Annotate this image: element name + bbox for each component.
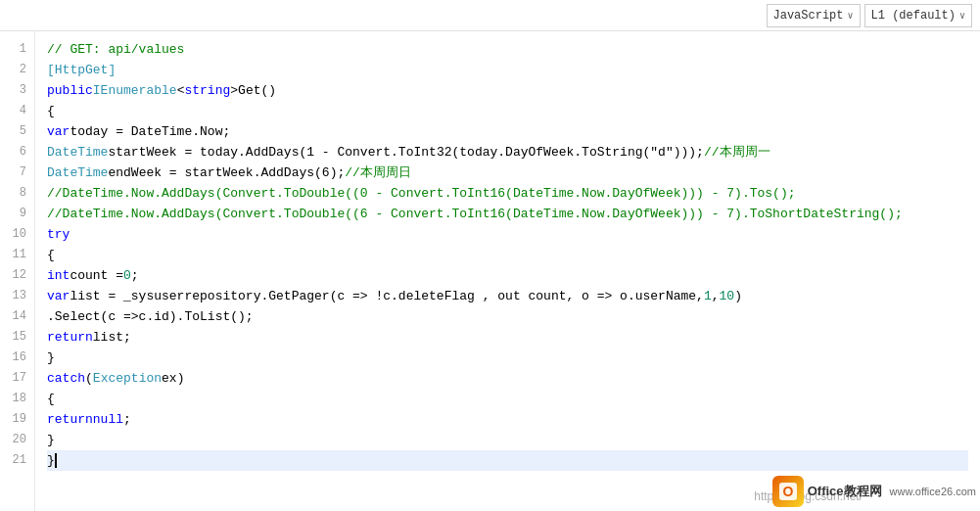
code-line: [HttpGet] — [47, 60, 968, 80]
code-line: } — [47, 348, 968, 368]
language-dropdown[interactable]: JavaScript ∨ — [767, 4, 861, 27]
code-line: } — [47, 450, 968, 471]
code-line: DateTime startWeek = today.AddDays(1 - C… — [47, 142, 968, 163]
code-line: } — [47, 430, 968, 450]
code-line: //DateTime.Now.AddDays(Convert.ToDouble(… — [47, 183, 968, 204]
toolbar: JavaScript ∨ L1 (default) ∨ — [0, 0, 980, 31]
language-chevron: ∨ — [848, 10, 854, 22]
svg-text:O: O — [782, 484, 793, 499]
brand-icon: O — [772, 476, 804, 507]
code-line: var today = DateTime.Now; — [47, 121, 968, 142]
line-number: 1 — [0, 39, 34, 60]
line-number: 8 — [0, 183, 34, 204]
line-number: 16 — [0, 348, 34, 368]
line-number: 5 — [0, 121, 34, 142]
code-line: { — [47, 245, 968, 265]
line-number: 14 — [0, 306, 34, 327]
code-line: catch (Exception ex) — [47, 368, 968, 389]
code-line: // GET: api/values — [47, 39, 968, 60]
mode-chevron: ∨ — [959, 10, 965, 22]
code-area[interactable]: // GET: api/values [HttpGet] public IEnu… — [35, 31, 980, 511]
code-line: return list; — [47, 327, 968, 348]
line-number: 11 — [0, 245, 34, 265]
line-number: 9 — [0, 204, 34, 224]
line-number: 20 — [0, 430, 34, 450]
code-line: var list = _sysuserrepository.GetPager(c… — [47, 286, 968, 306]
code-line: { — [47, 389, 968, 409]
line-number: 7 — [0, 163, 34, 183]
brand-name: Office教程网 — [808, 483, 882, 500]
line-number: 13 — [0, 286, 34, 306]
branding: O Office教程网 www.office26.com — [772, 476, 976, 507]
line-number: 2 — [0, 60, 34, 80]
code-line: { — [47, 101, 968, 121]
line-number: 3 — [0, 80, 34, 101]
code-container: 123456789101112131415161718192021 // GET… — [0, 31, 980, 511]
code-line: public IEnumerable<string> Get() — [47, 80, 968, 101]
line-number: 18 — [0, 389, 34, 409]
line-number: 4 — [0, 101, 34, 121]
mode-label: L1 (default) — [871, 9, 956, 23]
line-number: 17 — [0, 368, 34, 389]
code-line: try — [47, 224, 968, 245]
line-number: 12 — [0, 265, 34, 286]
code-line: DateTime endWeek = startWeek.AddDays(6);… — [47, 163, 968, 183]
line-number: 15 — [0, 327, 34, 348]
line-numbers: 123456789101112131415161718192021 — [0, 31, 35, 511]
brand-url: www.office26.com — [890, 486, 976, 497]
code-line: int count = 0; — [47, 265, 968, 286]
code-line: return null; — [47, 409, 968, 430]
language-label: JavaScript — [773, 9, 844, 23]
mode-dropdown[interactable]: L1 (default) ∨ — [864, 4, 972, 27]
line-number: 6 — [0, 142, 34, 163]
line-number: 19 — [0, 409, 34, 430]
code-line: .Select(c =>c.id).ToList(); — [47, 306, 968, 327]
line-number: 21 — [0, 450, 34, 471]
code-line: //DateTime.Now.AddDays(Convert.ToDouble(… — [47, 204, 968, 224]
line-number: 10 — [0, 224, 34, 245]
